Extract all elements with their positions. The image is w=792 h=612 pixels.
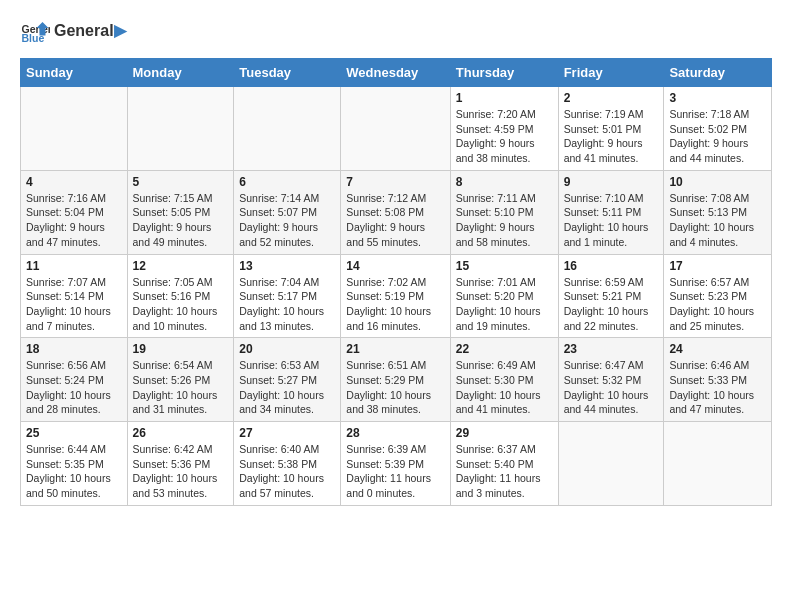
day-number: 10 [669,175,766,189]
calendar-week-row: 25Sunrise: 6:44 AM Sunset: 5:35 PM Dayli… [21,422,772,506]
day-number: 11 [26,259,122,273]
calendar-cell: 15Sunrise: 7:01 AM Sunset: 5:20 PM Dayli… [450,254,558,338]
logo-general: General [54,22,114,39]
day-header-monday: Monday [127,59,234,87]
calendar-cell: 13Sunrise: 7:04 AM Sunset: 5:17 PM Dayli… [234,254,341,338]
calendar-cell: 12Sunrise: 7:05 AM Sunset: 5:16 PM Dayli… [127,254,234,338]
calendar-cell: 19Sunrise: 6:54 AM Sunset: 5:26 PM Dayli… [127,338,234,422]
calendar-cell [127,87,234,171]
day-info: Sunrise: 7:05 AM Sunset: 5:16 PM Dayligh… [133,275,229,334]
day-number: 15 [456,259,553,273]
day-number: 28 [346,426,444,440]
day-number: 13 [239,259,335,273]
day-number: 17 [669,259,766,273]
day-number: 21 [346,342,444,356]
day-info: Sunrise: 7:20 AM Sunset: 4:59 PM Dayligh… [456,107,553,166]
day-info: Sunrise: 7:08 AM Sunset: 5:13 PM Dayligh… [669,191,766,250]
day-number: 6 [239,175,335,189]
day-info: Sunrise: 6:59 AM Sunset: 5:21 PM Dayligh… [564,275,659,334]
day-info: Sunrise: 7:02 AM Sunset: 5:19 PM Dayligh… [346,275,444,334]
day-info: Sunrise: 7:18 AM Sunset: 5:02 PM Dayligh… [669,107,766,166]
day-info: Sunrise: 7:14 AM Sunset: 5:07 PM Dayligh… [239,191,335,250]
calendar-week-row: 4Sunrise: 7:16 AM Sunset: 5:04 PM Daylig… [21,170,772,254]
day-info: Sunrise: 6:54 AM Sunset: 5:26 PM Dayligh… [133,358,229,417]
day-number: 4 [26,175,122,189]
day-header-thursday: Thursday [450,59,558,87]
calendar-cell: 4Sunrise: 7:16 AM Sunset: 5:04 PM Daylig… [21,170,128,254]
day-number: 8 [456,175,553,189]
day-number: 3 [669,91,766,105]
calendar-cell: 6Sunrise: 7:14 AM Sunset: 5:07 PM Daylig… [234,170,341,254]
day-number: 23 [564,342,659,356]
day-number: 2 [564,91,659,105]
calendar-cell: 18Sunrise: 6:56 AM Sunset: 5:24 PM Dayli… [21,338,128,422]
svg-text:Blue: Blue [22,32,45,44]
day-info: Sunrise: 6:57 AM Sunset: 5:23 PM Dayligh… [669,275,766,334]
day-info: Sunrise: 7:12 AM Sunset: 5:08 PM Dayligh… [346,191,444,250]
logo-arrow: ▶ [114,22,126,39]
calendar-cell: 1Sunrise: 7:20 AM Sunset: 4:59 PM Daylig… [450,87,558,171]
calendar-cell: 28Sunrise: 6:39 AM Sunset: 5:39 PM Dayli… [341,422,450,506]
day-header-friday: Friday [558,59,664,87]
day-number: 29 [456,426,553,440]
day-info: Sunrise: 7:04 AM Sunset: 5:17 PM Dayligh… [239,275,335,334]
day-info: Sunrise: 6:37 AM Sunset: 5:40 PM Dayligh… [456,442,553,501]
calendar-cell: 25Sunrise: 6:44 AM Sunset: 5:35 PM Dayli… [21,422,128,506]
calendar-cell [341,87,450,171]
calendar-cell: 9Sunrise: 7:10 AM Sunset: 5:11 PM Daylig… [558,170,664,254]
calendar-cell: 26Sunrise: 6:42 AM Sunset: 5:36 PM Dayli… [127,422,234,506]
day-number: 14 [346,259,444,273]
day-header-wednesday: Wednesday [341,59,450,87]
calendar-cell: 29Sunrise: 6:37 AM Sunset: 5:40 PM Dayli… [450,422,558,506]
logo: General Blue General▶ [20,16,126,46]
day-number: 1 [456,91,553,105]
day-info: Sunrise: 7:19 AM Sunset: 5:01 PM Dayligh… [564,107,659,166]
page-header: General Blue General▶ [20,16,772,46]
calendar-cell [21,87,128,171]
day-number: 12 [133,259,229,273]
day-number: 27 [239,426,335,440]
day-info: Sunrise: 6:42 AM Sunset: 5:36 PM Dayligh… [133,442,229,501]
day-number: 24 [669,342,766,356]
day-number: 22 [456,342,553,356]
day-info: Sunrise: 7:07 AM Sunset: 5:14 PM Dayligh… [26,275,122,334]
day-header-sunday: Sunday [21,59,128,87]
calendar-cell: 5Sunrise: 7:15 AM Sunset: 5:05 PM Daylig… [127,170,234,254]
calendar-week-row: 1Sunrise: 7:20 AM Sunset: 4:59 PM Daylig… [21,87,772,171]
calendar-cell: 2Sunrise: 7:19 AM Sunset: 5:01 PM Daylig… [558,87,664,171]
logo-icon: General Blue [20,16,50,46]
day-info: Sunrise: 6:51 AM Sunset: 5:29 PM Dayligh… [346,358,444,417]
calendar-cell: 20Sunrise: 6:53 AM Sunset: 5:27 PM Dayli… [234,338,341,422]
calendar-cell: 22Sunrise: 6:49 AM Sunset: 5:30 PM Dayli… [450,338,558,422]
day-header-saturday: Saturday [664,59,772,87]
calendar-cell [558,422,664,506]
calendar-week-row: 18Sunrise: 6:56 AM Sunset: 5:24 PM Dayli… [21,338,772,422]
calendar-cell: 8Sunrise: 7:11 AM Sunset: 5:10 PM Daylig… [450,170,558,254]
day-number: 18 [26,342,122,356]
calendar-table: SundayMondayTuesdayWednesdayThursdayFrid… [20,58,772,506]
calendar-week-row: 11Sunrise: 7:07 AM Sunset: 5:14 PM Dayli… [21,254,772,338]
calendar-cell: 21Sunrise: 6:51 AM Sunset: 5:29 PM Dayli… [341,338,450,422]
day-info: Sunrise: 7:16 AM Sunset: 5:04 PM Dayligh… [26,191,122,250]
day-number: 5 [133,175,229,189]
day-number: 16 [564,259,659,273]
calendar-cell: 3Sunrise: 7:18 AM Sunset: 5:02 PM Daylig… [664,87,772,171]
day-info: Sunrise: 6:46 AM Sunset: 5:33 PM Dayligh… [669,358,766,417]
calendar-cell: 7Sunrise: 7:12 AM Sunset: 5:08 PM Daylig… [341,170,450,254]
calendar-cell: 14Sunrise: 7:02 AM Sunset: 5:19 PM Dayli… [341,254,450,338]
day-info: Sunrise: 7:01 AM Sunset: 5:20 PM Dayligh… [456,275,553,334]
day-info: Sunrise: 6:49 AM Sunset: 5:30 PM Dayligh… [456,358,553,417]
calendar-cell: 23Sunrise: 6:47 AM Sunset: 5:32 PM Dayli… [558,338,664,422]
calendar-cell: 17Sunrise: 6:57 AM Sunset: 5:23 PM Dayli… [664,254,772,338]
day-info: Sunrise: 6:47 AM Sunset: 5:32 PM Dayligh… [564,358,659,417]
day-info: Sunrise: 6:53 AM Sunset: 5:27 PM Dayligh… [239,358,335,417]
day-info: Sunrise: 6:39 AM Sunset: 5:39 PM Dayligh… [346,442,444,501]
day-info: Sunrise: 7:11 AM Sunset: 5:10 PM Dayligh… [456,191,553,250]
calendar-cell [664,422,772,506]
day-number: 19 [133,342,229,356]
day-number: 26 [133,426,229,440]
day-info: Sunrise: 6:40 AM Sunset: 5:38 PM Dayligh… [239,442,335,501]
day-info: Sunrise: 6:44 AM Sunset: 5:35 PM Dayligh… [26,442,122,501]
calendar-cell [234,87,341,171]
days-header-row: SundayMondayTuesdayWednesdayThursdayFrid… [21,59,772,87]
